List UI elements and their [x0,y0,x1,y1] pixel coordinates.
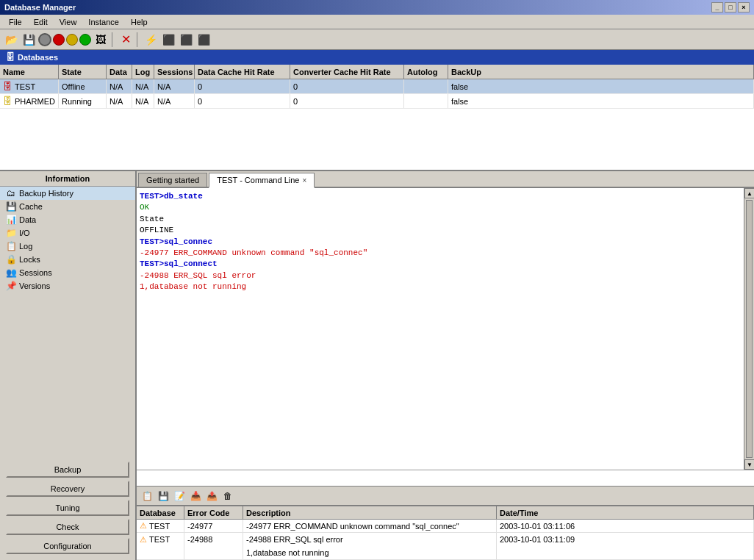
term-line-7: TEST>sql_connect [140,259,741,270]
toolbar-btn7[interactable]: ⬛ [178,32,194,48]
scroll-thumb[interactable] [746,200,753,458]
col-header-convertercache: Converter Cache Hit Rate [290,65,404,79]
minimize-button[interactable]: _ [711,2,723,12]
toolbar-btn6[interactable]: ⬛ [160,32,176,48]
right-panel: Getting started TEST - Command Line × TE… [137,171,754,560]
toolbar-btn-yellow[interactable] [66,34,78,46]
sidebar-item-cache[interactable]: 💾 Cache [0,200,135,213]
databases-label: 🗄 Databases [0,50,754,65]
configuration-button[interactable]: Configuration [6,538,129,554]
warning-icon-2: ⚠ [140,535,147,545]
term-btn-copy[interactable]: 📝 [172,489,187,503]
toolbar-open[interactable]: 📂 [3,32,19,48]
toolbar-screenshot[interactable]: 🖼 [93,32,109,48]
main-container: 🗄 Databases Name State Data Log Sessions… [0,50,754,560]
toolbar-btn-green[interactable] [79,34,91,46]
term-line-3: State [140,214,741,225]
tuning-button[interactable]: Tuning [6,500,129,516]
db-row-pharmed[interactable]: 🗄 PHARMED Running N/A N/A N/A 0 0 false [0,94,754,109]
term-line-4: OFFLINE [140,225,741,236]
tab-test-command-line[interactable]: TEST - Command Line × [209,173,315,188]
err-cell-desc-2a: -24988 ERR_SQL sql error [243,533,497,546]
db-cell-state-test: Offline [59,79,107,93]
sidebar-item-versions[interactable]: 📌 Versions [0,279,135,292]
term-line-9: 1,database not running [140,281,741,292]
err-col-description: Description [243,506,497,519]
db-cell-backup-test: false [448,79,754,93]
toolbar-save[interactable]: 💾 [21,32,37,48]
titlebar-controls[interactable]: _ □ × [711,2,750,12]
db-cell-sessions-test: N/A [154,79,195,93]
maximize-button[interactable]: □ [725,2,736,12]
backup-history-icon: 🗂 [6,188,16,198]
io-icon: 📁 [6,228,16,238]
term-line-6: -24977 ERR_COMMAND unknown command "sql_… [140,248,741,259]
sidebar-item-sessions[interactable]: 👥 Sessions [0,266,135,279]
db-cell-data-pharmed: N/A [107,94,132,108]
err-cell-db-2b [137,546,184,559]
err-cell-db-2: ⚠ TEST [137,533,184,546]
locks-icon: 🔒 [6,254,16,265]
terminal-toolbar: 📋 💾 📝 📥 📤 🗑 [137,486,754,505]
term-btn-download[interactable]: 📥 [188,489,203,503]
col-header-datacache: Data Cache Hit Rate [195,65,290,79]
toolbar-btn8[interactable]: ⬛ [195,32,212,48]
error-table-header: Database Error Code Description Date/Tim… [137,506,754,520]
term-btn-save[interactable]: 💾 [156,489,170,503]
menu-file[interactable]: File [3,16,28,28]
col-header-autolog: Autolog [404,65,448,79]
scroll-down-arrow[interactable]: ▼ [744,459,754,470]
data-icon: 📊 [6,215,16,225]
err-cell-datetime-2b [497,546,754,559]
sidebar-item-log[interactable]: 📋 Log [0,240,135,253]
sidebar-item-data[interactable]: 📊 Data [0,213,135,226]
toolbar-stop[interactable]: ✕ [118,32,134,48]
toolbar-btn5[interactable]: ⚡ [143,32,159,48]
log-icon: 📋 [6,241,16,251]
error-row-2[interactable]: ⚠ TEST -24988 -24988 ERR_SQL sql error 2… [137,533,754,560]
term-btn-clipboard[interactable]: 📋 [140,489,154,503]
term-line-1: TEST>db_state [140,191,741,202]
titlebar: Database Manager _ □ × [0,0,754,15]
recovery-button[interactable]: Recovery [6,481,129,497]
backup-button[interactable]: Backup [6,462,129,478]
tab-close-icon[interactable]: × [302,176,306,184]
tab-getting-started[interactable]: Getting started [138,173,207,187]
db-table-body: 🗄 TEST Offline N/A N/A N/A 0 0 false 🗄 P… [0,79,754,109]
db-table-header: Name State Data Log Sessions Data Cache … [0,65,754,79]
menu-view[interactable]: View [54,16,83,28]
terminal-scrollbar[interactable]: ▲ ▼ [744,188,754,470]
sidebar-item-locks[interactable]: 🔒 Locks [0,253,135,266]
term-btn-upload[interactable]: 📤 [204,489,219,503]
db-cell-log-test: N/A [132,79,154,93]
col-header-backup: BackUp [448,65,754,79]
toolbar-btn-red[interactable] [53,34,65,46]
term-btn-delete[interactable]: 🗑 [220,489,235,503]
col-header-sessions: Sessions [154,65,195,79]
err-cell-desc-2b: 1,database not running [243,546,497,559]
menu-edit[interactable]: Edit [28,16,54,28]
command-input[interactable] [140,474,751,483]
menu-help[interactable]: Help [125,16,154,28]
db-cell-sessions-pharmed: N/A [154,94,195,108]
col-header-data: Data [107,65,132,79]
error-row-1[interactable]: ⚠ TEST -24977 -24977 ERR_COMMAND unknown… [137,520,754,533]
term-line-8: -24988 ERR_SQL sql error [140,270,741,281]
tabs: Getting started TEST - Command Line × [137,171,754,188]
close-button[interactable]: × [738,2,750,12]
db-icon-test: 🗄 [3,81,12,92]
scroll-up-arrow[interactable]: ▲ [744,188,754,198]
error-table: Database Error Code Description Date/Tim… [137,505,754,560]
terminal-output: TEST>db_state OK State OFFLINE TEST>sql_… [137,188,744,470]
menu-instance[interactable]: Instance [82,16,125,28]
check-button[interactable]: Check [6,519,129,535]
db-cell-convertercache-test: 0 [290,79,404,93]
toolbar-settings[interactable] [38,33,51,46]
sidebar-item-io[interactable]: 📁 I/O [0,226,135,240]
db-cell-datacache-test: 0 [195,79,290,93]
db-cell-backup-pharmed: false [448,94,754,108]
sidebar-item-backup-history[interactable]: 🗂 Backup History [0,187,135,200]
err-col-database: Database [137,506,184,519]
sidebar-info-header: Information [0,171,135,187]
db-row-test[interactable]: 🗄 TEST Offline N/A N/A N/A 0 0 false [0,79,754,94]
